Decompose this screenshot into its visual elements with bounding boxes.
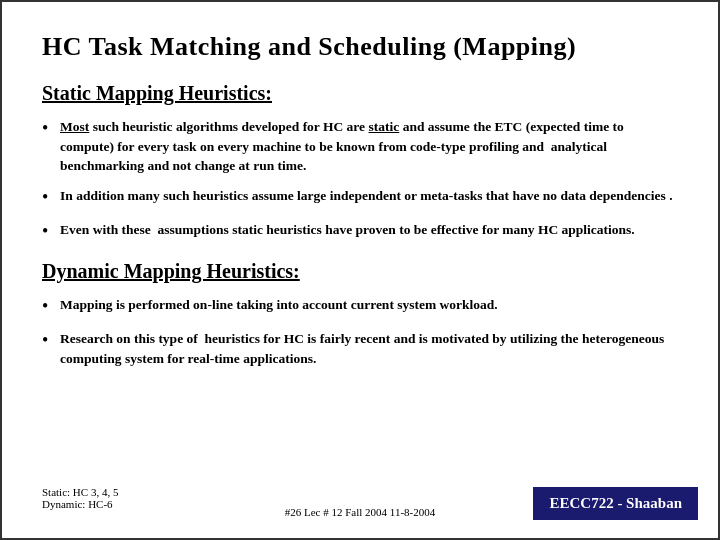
dynamic-heading: Dynamic Mapping Heuristics:: [42, 260, 678, 283]
bullet-text: Even with these assumptions static heuri…: [60, 220, 678, 240]
slide: HC Task Matching and Scheduling (Mapping…: [0, 0, 720, 540]
static-heading: Static Mapping Heuristics:: [42, 82, 678, 105]
bullet-dot: •: [42, 327, 60, 353]
footer-badge: EECC722 - Shaaban: [533, 487, 698, 520]
list-item: • In addition many such heuristics assum…: [42, 186, 678, 210]
bullet-text: Mapping is performed on-line taking into…: [60, 295, 678, 315]
footer-dynamic-ref: Dynamic: HC-6: [42, 498, 118, 510]
bullet-dot: •: [42, 293, 60, 319]
list-item: • Most such heuristic algorithms develop…: [42, 117, 678, 176]
static-bullet-list: • Most such heuristic algorithms develop…: [42, 117, 678, 244]
bullet-text: Most such heuristic algorithms developed…: [60, 117, 678, 176]
list-item: • Mapping is performed on-line taking in…: [42, 295, 678, 319]
slide-title: HC Task Matching and Scheduling (Mapping…: [42, 32, 678, 62]
footer-center: #26 Lec # 12 Fall 2004 11-8-2004: [285, 506, 436, 518]
bullet-dot: •: [42, 184, 60, 210]
footer-left: Static: HC 3, 4, 5 Dynamic: HC-6: [42, 486, 118, 510]
bullet-dot: •: [42, 218, 60, 244]
most-text: Most: [60, 119, 89, 134]
bullet-text: In addition many such heuristics assume …: [60, 186, 678, 206]
list-item: • Research on this type of heuristics fo…: [42, 329, 678, 368]
bullet-text: Research on this type of heuristics for …: [60, 329, 678, 368]
static-text: static: [369, 119, 400, 134]
bullet-dot: •: [42, 115, 60, 141]
footer-static-ref: Static: HC 3, 4, 5: [42, 486, 118, 498]
dynamic-bullet-list: • Mapping is performed on-line taking in…: [42, 295, 678, 368]
list-item: • Even with these assumptions static heu…: [42, 220, 678, 244]
